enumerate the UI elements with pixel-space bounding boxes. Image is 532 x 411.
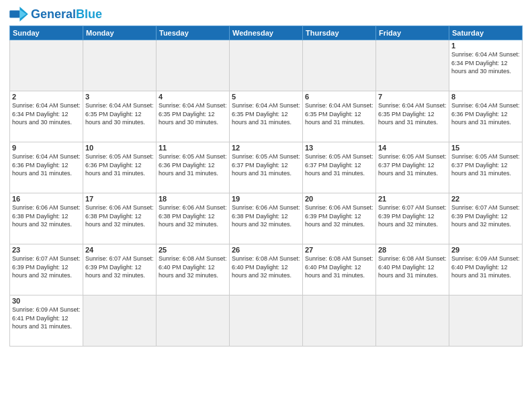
day-info: Sunrise: 6:04 AM Sunset: 6:35 PM Dayligh… [232, 101, 300, 127]
day-number: 24 [85, 246, 154, 254]
calendar-week-row: 30Sunrise: 6:09 AM Sunset: 6:41 PM Dayli… [10, 295, 523, 347]
calendar-cell: 1Sunrise: 6:04 AM Sunset: 6:34 PM Daylig… [449, 40, 523, 91]
calendar-cell [449, 295, 523, 347]
header-monday: Monday [83, 26, 157, 40]
day-info: Sunrise: 6:04 AM Sunset: 6:35 PM Dayligh… [159, 101, 227, 127]
day-info: Sunrise: 6:04 AM Sunset: 6:34 PM Dayligh… [451, 50, 520, 76]
calendar-cell: 30Sunrise: 6:09 AM Sunset: 6:41 PM Dayli… [10, 295, 83, 347]
header: GeneralBlue [9, 7, 523, 21]
calendar-cell [303, 295, 376, 347]
calendar-cell: 26Sunrise: 6:08 AM Sunset: 6:40 PM Dayli… [230, 244, 303, 295]
calendar-cell [303, 40, 376, 91]
day-number: 27 [305, 246, 373, 254]
logo-icon [9, 7, 28, 21]
calendar-week-row: 1Sunrise: 6:04 AM Sunset: 6:34 PM Daylig… [10, 40, 523, 91]
calendar-week-row: 2Sunrise: 6:04 AM Sunset: 6:34 PM Daylig… [10, 91, 523, 142]
logo-general: General [31, 7, 76, 21]
logo-blue: Blue [76, 7, 102, 21]
day-number: 5 [232, 93, 300, 101]
day-info: Sunrise: 6:06 AM Sunset: 6:38 PM Dayligh… [85, 203, 154, 229]
calendar-cell [10, 40, 83, 91]
day-number: 23 [12, 246, 81, 254]
day-number: 16 [12, 195, 81, 203]
calendar-cell: 25Sunrise: 6:08 AM Sunset: 6:40 PM Dayli… [157, 244, 230, 295]
day-info: Sunrise: 6:05 AM Sunset: 6:37 PM Dayligh… [232, 152, 300, 178]
day-info: Sunrise: 6:07 AM Sunset: 6:39 PM Dayligh… [85, 255, 154, 280]
day-info: Sunrise: 6:09 AM Sunset: 6:41 PM Dayligh… [12, 306, 81, 331]
day-number: 13 [305, 144, 373, 152]
day-info: Sunrise: 6:06 AM Sunset: 6:38 PM Dayligh… [232, 203, 300, 229]
day-number: 14 [378, 144, 447, 152]
day-number: 30 [12, 297, 81, 305]
day-number: 21 [378, 195, 447, 203]
day-info: Sunrise: 6:08 AM Sunset: 6:40 PM Dayligh… [305, 255, 373, 280]
calendar-cell: 22Sunrise: 6:07 AM Sunset: 6:39 PM Dayli… [449, 193, 523, 244]
calendar-cell: 28Sunrise: 6:08 AM Sunset: 6:40 PM Dayli… [376, 244, 449, 295]
logo: GeneralBlue [9, 7, 102, 21]
calendar-cell: 12Sunrise: 6:05 AM Sunset: 6:37 PM Dayli… [230, 142, 303, 193]
calendar-cell: 20Sunrise: 6:06 AM Sunset: 6:39 PM Dayli… [303, 193, 376, 244]
day-number: 25 [159, 246, 227, 254]
weekday-header-row: Sunday Monday Tuesday Wednesday Thursday… [10, 26, 523, 40]
calendar-cell: 7Sunrise: 6:04 AM Sunset: 6:35 PM Daylig… [376, 91, 449, 142]
page: GeneralBlue Sunday Monday Tuesday Wednes… [0, 0, 532, 411]
day-number: 6 [305, 93, 373, 101]
day-info: Sunrise: 6:06 AM Sunset: 6:38 PM Dayligh… [159, 203, 227, 229]
calendar-cell: 24Sunrise: 6:07 AM Sunset: 6:39 PM Dayli… [83, 244, 157, 295]
day-info: Sunrise: 6:05 AM Sunset: 6:36 PM Dayligh… [159, 152, 227, 178]
day-number: 8 [451, 93, 520, 101]
calendar-cell: 19Sunrise: 6:06 AM Sunset: 6:38 PM Dayli… [230, 193, 303, 244]
day-number: 1 [451, 42, 520, 50]
day-number: 7 [378, 93, 447, 101]
day-info: Sunrise: 6:06 AM Sunset: 6:39 PM Dayligh… [305, 203, 373, 229]
day-info: Sunrise: 6:04 AM Sunset: 6:36 PM Dayligh… [451, 101, 520, 127]
calendar-cell [83, 295, 157, 347]
calendar-cell: 23Sunrise: 6:07 AM Sunset: 6:39 PM Dayli… [10, 244, 83, 295]
day-info: Sunrise: 6:04 AM Sunset: 6:35 PM Dayligh… [305, 101, 373, 127]
calendar-cell: 8Sunrise: 6:04 AM Sunset: 6:36 PM Daylig… [449, 91, 523, 142]
day-number: 22 [451, 195, 520, 203]
calendar-cell: 16Sunrise: 6:06 AM Sunset: 6:38 PM Dayli… [10, 193, 83, 244]
calendar-cell: 2Sunrise: 6:04 AM Sunset: 6:34 PM Daylig… [10, 91, 83, 142]
day-info: Sunrise: 6:07 AM Sunset: 6:39 PM Dayligh… [12, 255, 81, 280]
calendar-cell: 9Sunrise: 6:04 AM Sunset: 6:36 PM Daylig… [10, 142, 83, 193]
day-info: Sunrise: 6:04 AM Sunset: 6:36 PM Dayligh… [12, 152, 81, 178]
day-number: 18 [159, 195, 227, 203]
day-info: Sunrise: 6:06 AM Sunset: 6:38 PM Dayligh… [12, 203, 81, 229]
calendar-week-row: 16Sunrise: 6:06 AM Sunset: 6:38 PM Dayli… [10, 193, 523, 244]
header-thursday: Thursday [303, 26, 376, 40]
calendar-cell [230, 40, 303, 91]
header-sunday: Sunday [10, 26, 83, 40]
calendar-cell: 21Sunrise: 6:07 AM Sunset: 6:39 PM Dayli… [376, 193, 449, 244]
calendar-cell [157, 40, 230, 91]
day-number: 10 [85, 144, 154, 152]
calendar-cell [230, 295, 303, 347]
day-number: 26 [232, 246, 300, 254]
calendar-cell: 13Sunrise: 6:05 AM Sunset: 6:37 PM Dayli… [303, 142, 376, 193]
calendar-cell: 29Sunrise: 6:09 AM Sunset: 6:40 PM Dayli… [449, 244, 523, 295]
calendar-cell [376, 40, 449, 91]
svg-rect-0 [9, 11, 19, 18]
calendar-cell: 3Sunrise: 6:04 AM Sunset: 6:35 PM Daylig… [83, 91, 157, 142]
day-number: 12 [232, 144, 300, 152]
day-info: Sunrise: 6:08 AM Sunset: 6:40 PM Dayligh… [232, 255, 300, 280]
calendar-cell: 5Sunrise: 6:04 AM Sunset: 6:35 PM Daylig… [230, 91, 303, 142]
day-number: 9 [12, 144, 81, 152]
day-number: 19 [232, 195, 300, 203]
calendar-cell [157, 295, 230, 347]
day-info: Sunrise: 6:05 AM Sunset: 6:37 PM Dayligh… [305, 152, 373, 178]
calendar-cell: 18Sunrise: 6:06 AM Sunset: 6:38 PM Dayli… [157, 193, 230, 244]
day-info: Sunrise: 6:08 AM Sunset: 6:40 PM Dayligh… [159, 255, 227, 280]
calendar-cell: 27Sunrise: 6:08 AM Sunset: 6:40 PM Dayli… [303, 244, 376, 295]
header-wednesday: Wednesday [230, 26, 303, 40]
day-number: 28 [378, 246, 447, 254]
header-tuesday: Tuesday [157, 26, 230, 40]
calendar-cell: 17Sunrise: 6:06 AM Sunset: 6:38 PM Dayli… [83, 193, 157, 244]
calendar-week-row: 23Sunrise: 6:07 AM Sunset: 6:39 PM Dayli… [10, 244, 523, 295]
day-number: 2 [12, 93, 81, 101]
header-saturday: Saturday [449, 26, 523, 40]
day-number: 11 [159, 144, 227, 152]
calendar-cell [83, 40, 157, 91]
calendar-cell: 6Sunrise: 6:04 AM Sunset: 6:35 PM Daylig… [303, 91, 376, 142]
day-number: 29 [451, 246, 520, 254]
